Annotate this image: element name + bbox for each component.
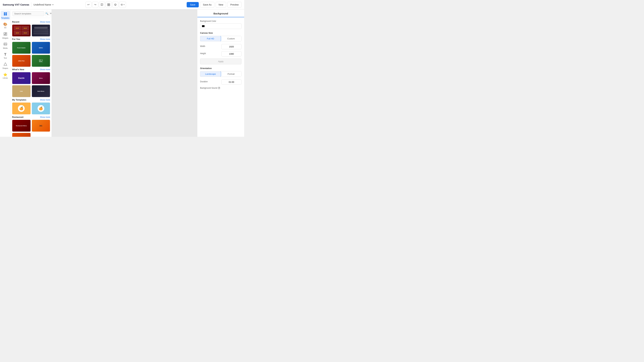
templates-scroll: Recent Show more $4.50 $3.20 $3.50 $3.20 bbox=[11, 18, 52, 137]
landscape-option[interactable]: Landscape bbox=[200, 71, 221, 77]
restaurant-grid: Restaurant Menu 2x1 Cuisine bbox=[12, 120, 50, 137]
bg-sound-help-icon[interactable]: ? bbox=[218, 87, 220, 89]
height-input[interactable] bbox=[221, 51, 242, 56]
redo-button[interactable]: ↪ bbox=[92, 2, 98, 8]
duration-row: Duration bbox=[200, 79, 242, 85]
restaurant-show-more[interactable]: Show more bbox=[40, 116, 50, 118]
app-logo: Samsung VXT Canvas bbox=[3, 3, 29, 6]
height-label: Height bbox=[200, 52, 206, 55]
shapes-label: Shapes bbox=[2, 67, 8, 69]
color-input-wrapper[interactable] bbox=[200, 23, 242, 29]
widgets-label: Widgets bbox=[2, 37, 8, 39]
svg-rect-14 bbox=[6, 34, 7, 35]
library-label: Library bbox=[3, 77, 8, 79]
shapes-icon bbox=[4, 62, 7, 67]
undo-button[interactable]: ↩ bbox=[86, 2, 92, 8]
sound-button[interactable]: ▾ bbox=[119, 2, 126, 8]
library-icon: ⭐ bbox=[3, 72, 8, 77]
for-you-section-header: For You Show more bbox=[12, 38, 50, 40]
sidebar-item-library[interactable]: ⭐ Library bbox=[1, 71, 10, 80]
canvas-area: ◂ FOOD MENU MUNCHIEMEAL 🍔 bbox=[52, 9, 197, 137]
svg-rect-8 bbox=[6, 12, 7, 14]
whats-new-show-more[interactable]: Show more bbox=[40, 68, 50, 71]
whats-new-template-4[interactable]: Dark Menu bbox=[32, 85, 50, 97]
save-as-button[interactable]: Save As bbox=[200, 2, 214, 7]
recent-template-2[interactable] bbox=[32, 24, 50, 36]
search-input[interactable] bbox=[12, 11, 44, 16]
custom-option[interactable]: Custom bbox=[221, 36, 242, 41]
new-button[interactable]: New bbox=[216, 2, 226, 7]
sidebar-item-widgets[interactable]: Widgets bbox=[1, 31, 10, 40]
svg-rect-7 bbox=[4, 12, 5, 14]
for-you-show-more[interactable]: Show more bbox=[40, 38, 50, 40]
search-button[interactable]: 🔍 bbox=[45, 11, 48, 16]
svg-rect-13 bbox=[4, 34, 5, 35]
recent-template-1[interactable]: $4.50 $3.20 $3.50 $3.20 bbox=[12, 24, 31, 36]
my-template-2[interactable]: 🍊 bbox=[32, 102, 50, 114]
search-bar: 🔍 bbox=[11, 9, 52, 18]
panel-title: Background bbox=[198, 9, 244, 17]
svg-rect-12 bbox=[6, 32, 7, 34]
svg-rect-4 bbox=[109, 3, 110, 4]
templates-label: Templates bbox=[1, 17, 10, 19]
my-templates-title: My Templates bbox=[12, 98, 26, 101]
save-button[interactable]: Save bbox=[187, 2, 199, 7]
whats-new-section-header: What's New Show more bbox=[12, 68, 50, 71]
grid-button[interactable] bbox=[106, 2, 112, 8]
restaurant-template-3[interactable]: Cuisine bbox=[12, 133, 31, 137]
width-label: Width bbox=[200, 45, 205, 47]
edit-icon[interactable]: ✏ bbox=[52, 3, 54, 6]
crop-button[interactable] bbox=[99, 2, 105, 8]
sidebar-item-media[interactable]: Media bbox=[1, 41, 10, 50]
layers-button[interactable] bbox=[112, 2, 118, 8]
my-templates-show-more[interactable]: Show more bbox=[40, 99, 50, 101]
for-you-template-4[interactable]: GET ADEAL bbox=[32, 55, 50, 67]
restaurant-template-1[interactable]: Restaurant Menu bbox=[12, 120, 31, 132]
whats-new-template-1[interactable]: Dazzle bbox=[12, 72, 31, 84]
svg-rect-9 bbox=[4, 14, 5, 15]
for-you-template-1[interactable]: Fresh Salads bbox=[12, 42, 31, 54]
header-actions: Save Save As New Preview bbox=[187, 2, 242, 7]
my-templates-section-header: My Templates Show more bbox=[12, 98, 50, 101]
color-picker[interactable] bbox=[202, 24, 205, 28]
full-hd-option[interactable]: Full HD bbox=[200, 36, 221, 41]
duration-label: Duration bbox=[200, 80, 208, 83]
main-layout: Templates 🎨 Art Widgets Media T Text S bbox=[0, 9, 244, 137]
filter-button[interactable] bbox=[50, 11, 52, 16]
sidebar-item-shapes[interactable]: Shapes bbox=[1, 61, 10, 70]
bg-sound-row: Background Sound ? bbox=[200, 87, 242, 90]
media-label: Media bbox=[3, 47, 8, 49]
whats-new-template-2[interactable]: Menu bbox=[32, 72, 50, 84]
restaurant-template-2[interactable]: 2x1 bbox=[32, 120, 50, 132]
my-template-1[interactable]: 🍊 bbox=[12, 102, 31, 114]
svg-marker-17 bbox=[4, 63, 7, 65]
header-tools: ↩ ↪ ▾ bbox=[86, 2, 126, 8]
widgets-icon bbox=[4, 32, 7, 37]
for-you-title: For You bbox=[12, 38, 20, 40]
width-input[interactable] bbox=[221, 44, 242, 49]
templates-icon bbox=[4, 12, 7, 16]
preview-button[interactable]: Preview bbox=[228, 2, 242, 7]
whats-new-template-3[interactable]: Cafe bbox=[12, 85, 31, 97]
whats-new-title: What's New bbox=[12, 68, 24, 71]
sidebar-item-text[interactable]: T Text bbox=[1, 51, 10, 60]
sidebar-item-templates[interactable]: Templates bbox=[1, 11, 10, 20]
portrait-option[interactable]: Portrait bbox=[221, 71, 242, 77]
svg-rect-3 bbox=[108, 3, 108, 4]
apply-button[interactable]: Apply bbox=[200, 58, 242, 64]
recent-grid: $4.50 $3.20 $3.50 $3.20 bbox=[12, 24, 50, 36]
bg-color-label: Background Color bbox=[200, 20, 242, 22]
art-icon: 🎨 bbox=[3, 22, 8, 26]
recent-show-more[interactable]: Show more bbox=[40, 21, 50, 23]
duration-input[interactable] bbox=[221, 79, 242, 85]
height-row: Height bbox=[200, 51, 242, 56]
sidebar-item-art[interactable]: 🎨 Art bbox=[1, 21, 10, 30]
sidebar-icons: Templates 🎨 Art Widgets Media T Text S bbox=[0, 9, 11, 137]
svg-rect-10 bbox=[6, 14, 7, 15]
for-you-template-3[interactable]: ARIA PSA bbox=[12, 55, 31, 67]
canvas-size-toggle: Full HD Custom bbox=[200, 36, 242, 41]
orientation-toggle: Landscape Portrait bbox=[200, 71, 242, 77]
for-you-template-2[interactable]: MENU bbox=[32, 42, 50, 54]
recent-section-header: Recent Show more bbox=[12, 21, 50, 23]
svg-rect-15 bbox=[4, 43, 7, 45]
